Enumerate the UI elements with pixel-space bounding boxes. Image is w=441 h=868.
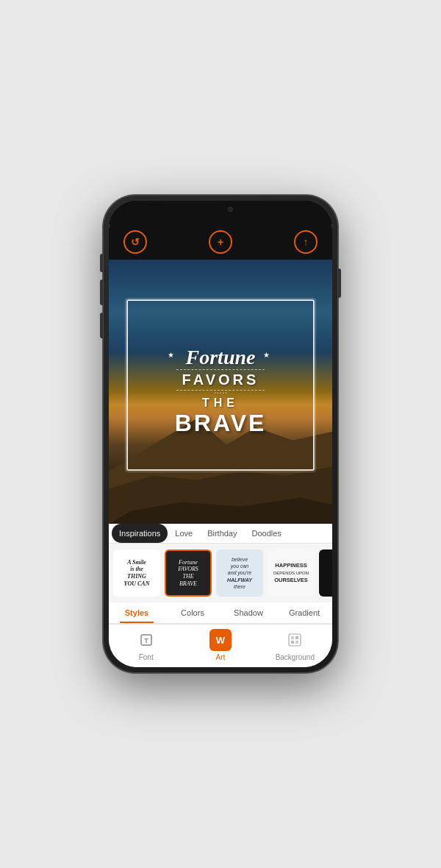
style-tab-styles[interactable]: Styles [109, 602, 165, 623]
camera [228, 207, 233, 212]
background-icon-box [284, 629, 306, 651]
phone-screen: ↺ + ↑ [109, 201, 332, 667]
add-icon: + [218, 236, 223, 248]
quote-line4: BRAVE [175, 410, 267, 437]
power-button [338, 268, 341, 298]
svg-text:T: T [144, 637, 148, 644]
tab-inspirations[interactable]: Inspirations [112, 524, 168, 543]
quote-line2: FAVORS [176, 369, 265, 391]
art-icon-box: W [209, 629, 232, 651]
svg-rect-6 [289, 634, 301, 646]
app-screen: ↺ + ↑ [109, 224, 332, 667]
bottom-nav: T Font W Art [109, 624, 332, 667]
style-tab-shadow[interactable]: Shadow [220, 602, 276, 623]
svg-rect-7 [291, 636, 294, 639]
add-button[interactable]: + [209, 230, 232, 254]
svg-text:W: W [216, 635, 226, 646]
canvas-area[interactable]: ★ Fortune ★ FAVORS • • • • • THE BRAVE [109, 260, 332, 524]
quote-line3: THE [202, 396, 239, 410]
svg-rect-9 [291, 641, 294, 644]
art-label: Art [216, 653, 226, 661]
template-3[interactable]: believeyou canand you'reHALFWAYthere [216, 549, 263, 597]
quote-line1: Fortune [186, 347, 256, 368]
category-tabs: Inspirations Love Birthday Doodles [109, 524, 332, 544]
font-icon: T [140, 633, 153, 647]
style-tab-gradient[interactable]: Gradient [276, 602, 332, 623]
undo-button[interactable]: ↺ [123, 230, 147, 254]
template-2[interactable]: FortuneFAVORSTHEBRAVE [165, 549, 212, 597]
template-4[interactable]: HAPPINESSdepends uponOURSELVES [268, 549, 315, 597]
template-1[interactable]: A Smileis theTHINGYOU CAN [113, 549, 160, 597]
volume-up-button [100, 280, 103, 305]
tab-doodles[interactable]: Doodles [244, 524, 288, 543]
volume-down-button [100, 313, 103, 338]
svg-rect-10 [295, 641, 298, 644]
style-tabs: Styles Colors Shadow Gradient [109, 602, 332, 624]
style-tab-colors[interactable]: Colors [165, 602, 220, 623]
silent-button [100, 254, 103, 272]
canvas-background: ★ Fortune ★ FAVORS • • • • • THE BRAVE [109, 260, 332, 524]
svg-rect-8 [295, 636, 298, 639]
tab-love[interactable]: Love [168, 524, 200, 543]
status-bar [109, 201, 332, 224]
template-5[interactable]: PowerTOWOMAN [319, 549, 332, 597]
quote-container: ★ Fortune ★ FAVORS • • • • • THE BRAVE [109, 260, 332, 524]
font-label: Font [139, 653, 154, 661]
templates-row: A Smileis theTHINGYOU CAN FortuneFAVORST… [109, 544, 332, 602]
background-icon [288, 633, 301, 647]
background-label: Background [276, 653, 315, 661]
nav-art[interactable]: W Art [183, 629, 257, 661]
top-toolbar: ↺ + ↑ [109, 224, 332, 260]
share-icon: ↑ [304, 236, 309, 248]
font-icon-box: T [135, 629, 157, 651]
notch [184, 201, 257, 217]
nav-background[interactable]: Background [258, 629, 332, 661]
share-button[interactable]: ↑ [294, 230, 318, 254]
undo-icon: ↺ [131, 236, 140, 248]
art-icon: W [214, 633, 227, 647]
nav-font[interactable]: T Font [109, 629, 183, 661]
tab-birthday[interactable]: Birthday [200, 524, 244, 543]
phone-device: ↺ + ↑ [103, 195, 338, 673]
